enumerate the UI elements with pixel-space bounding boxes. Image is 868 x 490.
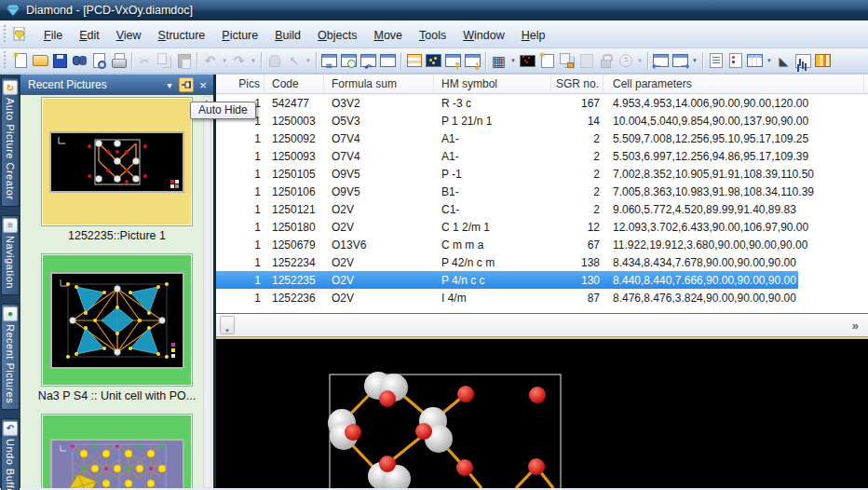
- table-row-1250121[interactable]: 11250121O2VC1-29.060,5.772,4.520,89.99,9…: [216, 200, 798, 218]
- menu-view[interactable]: View: [108, 25, 150, 46]
- cell: P -1: [434, 168, 551, 181]
- menu-picture[interactable]: Picture: [213, 25, 266, 46]
- auto-hide-pin-icon[interactable]: [179, 77, 194, 92]
- thumbnail-card-2[interactable]: [41, 253, 193, 387]
- column-header-code[interactable]: Code: [264, 75, 324, 94]
- data-sheet-icon[interactable]: [404, 51, 424, 71]
- screen-icon[interactable]: [518, 51, 537, 71]
- column-header-hmsymbol[interactable]: HM symbol: [434, 75, 551, 94]
- sidebar-tab-undo-buffer[interactable]: ↶Undo Buffer: [1, 418, 20, 490]
- undo-icon[interactable]: [200, 51, 220, 71]
- table-row-1250092[interactable]: 11250092O7V4A1-25.509,7.008,12.256,95.10…: [216, 129, 798, 147]
- history-dropdown-icon[interactable]: ▼: [635, 51, 644, 70]
- sidebar-tab-recent-pictures[interactable]: ●Recent Pictures: [1, 304, 20, 410]
- panel-blank-icon[interactable]: [378, 51, 398, 71]
- panel-scrollbar[interactable]: [203, 96, 211, 488]
- thumbnail-caption: Na3 P S4 :: Unit cell with PO...: [20, 387, 213, 414]
- toolbar: ▼▼▼▼▼▼▼: [0, 48, 868, 75]
- panel-history-icon[interactable]: [339, 51, 359, 71]
- new-picture-icon[interactable]: [537, 51, 557, 71]
- table-icon[interactable]: [745, 51, 765, 71]
- column-header-pics[interactable]: Pics: [216, 75, 264, 94]
- cell: C m m a: [434, 238, 551, 252]
- lock-icon[interactable]: [596, 51, 616, 71]
- menu-structure[interactable]: Structure: [150, 25, 214, 46]
- gray-picture-icon[interactable]: [576, 51, 596, 71]
- copy-icon[interactable]: [155, 51, 174, 71]
- send-up-icon[interactable]: [443, 51, 463, 71]
- save-icon[interactable]: [50, 51, 70, 71]
- get-down-icon[interactable]: [463, 51, 482, 71]
- structure-canvas[interactable]: [216, 339, 868, 488]
- more-tools-chevron-icon[interactable]: »: [852, 319, 859, 333]
- cell: 1: [216, 168, 264, 181]
- report-icon[interactable]: [706, 51, 726, 71]
- thumbs-dropdown-icon[interactable]: ▼: [509, 51, 518, 70]
- menubar-grip[interactable]: [3, 25, 7, 44]
- find-icon[interactable]: [70, 51, 89, 71]
- table-row-1250180[interactable]: 11250180O2VC 1 2/m 11212.093,3.702,6.433…: [216, 218, 798, 236]
- sidebar-tab-auto-picture-creator[interactable]: ↻Auto Picture Creator: [1, 77, 20, 207]
- pointer-icon[interactable]: [284, 51, 304, 71]
- panel-undo-icon[interactable]: [359, 51, 378, 71]
- preview-icon[interactable]: [89, 51, 109, 71]
- oxygen-atom: [415, 423, 432, 440]
- table-row-1252236[interactable]: 11252236O2VI 4/m878.476,8.476,3.824,90.0…: [216, 289, 798, 306]
- pic-forward-icon[interactable]: [671, 51, 690, 71]
- thumbnail-card-1[interactable]: [41, 97, 193, 226]
- panel-menu-chevron-icon[interactable]: ▾: [162, 77, 177, 92]
- thumbs-icon[interactable]: [489, 51, 509, 71]
- table-row-1250105[interactable]: 11250105O9V5P -127.002,8.352,10.905,91.9…: [216, 165, 798, 183]
- column-header-formulasum[interactable]: Formula sum: [324, 75, 434, 94]
- open-icon[interactable]: [31, 51, 50, 71]
- table-row-1250679[interactable]: 11250679O13V6C m m a6711.922,19.912,3.68…: [216, 236, 798, 253]
- powder-icon[interactable]: [793, 51, 813, 71]
- menu-window[interactable]: Window: [454, 25, 512, 46]
- menu-move[interactable]: Move: [365, 25, 411, 46]
- pan-icon[interactable]: [264, 51, 284, 71]
- table-row-542477[interactable]: 1542477O3V2R -3 c1674.953,4.953,14.006,9…: [216, 94, 798, 112]
- column-header-cellparameters[interactable]: Cell parameters: [604, 75, 864, 94]
- undo-dropdown-icon[interactable]: ▼: [220, 51, 229, 70]
- table-row-1250003[interactable]: 11250003O5V3P 1 21/n 11410.004,5.040,9.8…: [216, 112, 798, 129]
- colored-table-icon[interactable]: [813, 51, 833, 71]
- menu-help[interactable]: Help: [513, 25, 554, 46]
- cell: O13V6: [324, 238, 434, 252]
- tab-label: Auto Picture Creator: [5, 98, 16, 200]
- panel-tree-icon[interactable]: [319, 51, 339, 71]
- new-icon[interactable]: [11, 51, 31, 71]
- table-row-1252234[interactable]: 11252234O2VP 42/n c m1388.434,8.434,7.67…: [216, 253, 798, 271]
- copy-picture-icon[interactable]: [557, 51, 576, 71]
- column-header-sgrno[interactable]: SGR no.: [551, 75, 604, 94]
- menu-edit[interactable]: Edit: [71, 25, 108, 46]
- cell: 5.503,6.997,12.256,94.86,95.17,109.39: [604, 150, 864, 163]
- picture-gallery-icon[interactable]: [424, 51, 443, 71]
- menu-build[interactable]: Build: [266, 25, 309, 46]
- menu-objects[interactable]: Objects: [309, 25, 365, 46]
- paste-icon[interactable]: [174, 51, 194, 71]
- table-dropdown-icon[interactable]: ▼: [765, 51, 774, 70]
- angles-icon[interactable]: [774, 51, 793, 71]
- cell: 2: [551, 203, 604, 216]
- cell: I 4/m: [434, 292, 551, 305]
- history-icon[interactable]: [616, 51, 635, 71]
- table-row-1250093[interactable]: 11250093O7V4A1-25.503,6.997,12.256,94.86…: [216, 147, 798, 165]
- redo-dropdown-icon[interactable]: ▼: [249, 51, 258, 70]
- pointer-dropdown-icon[interactable]: ▼: [304, 51, 313, 70]
- table-row-1252235[interactable]: 11252235O2VP 4/n c c1308.440,8.440,7.666…: [216, 271, 798, 289]
- cut-icon[interactable]: [135, 51, 155, 71]
- redo-icon[interactable]: [229, 51, 249, 71]
- cell: O9V5: [324, 185, 434, 198]
- panel-close-icon[interactable]: ×: [196, 77, 210, 92]
- properties-icon[interactable]: [726, 51, 745, 71]
- pic-forward-dropdown-icon[interactable]: ▼: [690, 51, 699, 70]
- table-row-1250106[interactable]: 11250106O9V5B1-27.005,8.363,10.983,91.98…: [216, 183, 798, 200]
- picture-dropdown-button[interactable]: ▼: [220, 316, 235, 334]
- print-icon[interactable]: [109, 51, 129, 71]
- sidebar-tab-navigation[interactable]: ≡Navigation: [1, 215, 20, 295]
- cell: O2V: [324, 274, 434, 287]
- menu-file[interactable]: File: [35, 25, 71, 46]
- thumbnail-card-3[interactable]: [41, 414, 193, 488]
- pic-back-icon[interactable]: [651, 51, 671, 71]
- menu-tools[interactable]: Tools: [411, 25, 454, 46]
